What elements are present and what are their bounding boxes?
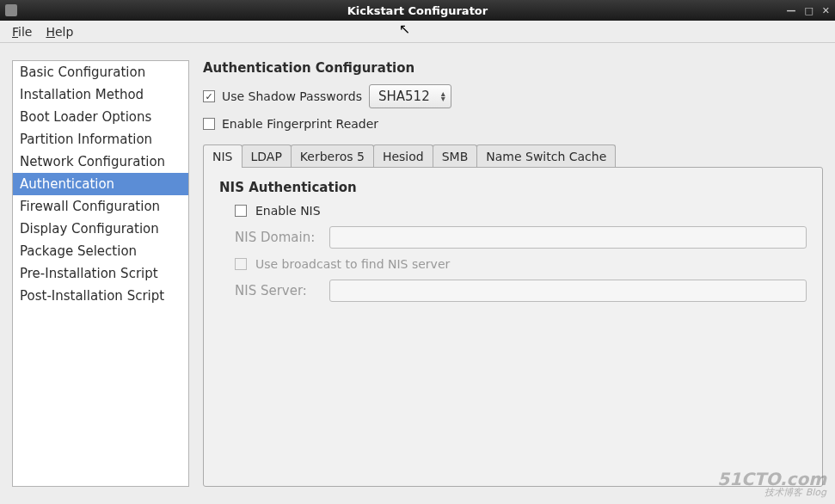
nis-broadcast-checkbox[interactable] — [235, 258, 247, 270]
main-panel: Authentication Configuration Use Shadow … — [203, 60, 823, 487]
sidebar-item-basic[interactable]: Basic Configuration — [13, 61, 188, 83]
menu-help[interactable]: Help — [39, 22, 80, 41]
nis-domain-label: NIS Domain: — [235, 230, 321, 245]
window-title: Kickstart Configurator — [347, 4, 488, 17]
titlebar: Kickstart Configurator — □ ✕ — [0, 0, 835, 21]
app-icon — [5, 4, 17, 16]
sidebar-item-display[interactable]: Display Configuration — [13, 218, 188, 240]
enable-fingerprint-label: Enable Fingerprint Reader — [222, 117, 378, 131]
use-shadow-label: Use Shadow Passwords — [222, 89, 362, 103]
tab-panel-nis: NIS Authentication Enable NIS NIS Domain… — [203, 167, 823, 487]
tab-kerberos[interactable]: Kerberos 5 — [291, 144, 374, 168]
nis-broadcast-label: Use broadcast to find NIS server — [255, 257, 450, 271]
menubar: File Help — [0, 21, 835, 43]
close-button[interactable]: ✕ — [822, 5, 830, 16]
sidebar-item-authentication[interactable]: Authentication — [13, 173, 188, 195]
use-shadow-checkbox[interactable] — [203, 90, 215, 102]
nis-server-input[interactable] — [329, 280, 807, 302]
tab-nis[interactable]: NIS — [203, 144, 243, 168]
page-title: Authentication Configuration — [203, 60, 823, 76]
tab-hesiod[interactable]: Hesiod — [373, 144, 433, 168]
tab-ldap[interactable]: LDAP — [242, 144, 292, 168]
enable-nis-checkbox[interactable] — [235, 205, 247, 217]
row-nis-broadcast: Use broadcast to find NIS server — [219, 257, 807, 271]
maximize-button[interactable]: □ — [804, 5, 813, 16]
nis-section-title: NIS Authentication — [219, 180, 807, 195]
nis-domain-input[interactable] — [329, 226, 807, 249]
tabs: NIS LDAP Kerberos 5 Hesiod SMB Name Swit… — [203, 144, 823, 168]
sidebar-item-network[interactable]: Network Configuration — [13, 151, 188, 173]
row-shadow-passwords: Use Shadow Passwords SHA512 ▴▾ — [203, 84, 823, 108]
enable-nis-label: Enable NIS — [255, 204, 321, 218]
tab-smb[interactable]: SMB — [433, 144, 478, 168]
row-nis-domain: NIS Domain: — [219, 226, 807, 249]
menu-file[interactable]: File — [5, 22, 39, 41]
hash-algo-value: SHA512 — [378, 89, 430, 104]
sidebar-item-boot-loader[interactable]: Boot Loader Options — [13, 106, 188, 128]
sidebar-item-partition[interactable]: Partition Information — [13, 128, 188, 151]
hash-algo-select[interactable]: SHA512 ▴▾ — [369, 84, 451, 108]
sidebar-item-firewall[interactable]: Firewall Configuration — [13, 195, 188, 218]
content-area: Basic Configuration Installation Method … — [0, 43, 835, 504]
row-enable-nis: Enable NIS — [219, 204, 807, 218]
tab-name-switch-cache[interactable]: Name Switch Cache — [476, 144, 616, 168]
nis-server-label: NIS Server: — [235, 283, 321, 298]
sidebar-item-pre-install[interactable]: Pre-Installation Script — [13, 262, 188, 285]
window-controls: — □ ✕ — [786, 5, 830, 16]
sidebar-item-post-install[interactable]: Post-Installation Script — [13, 285, 188, 307]
watermark: 51CTO.com 技术博客 Blog — [717, 470, 826, 497]
sidebar-item-packages[interactable]: Package Selection — [13, 240, 188, 262]
spin-icon: ▴▾ — [441, 91, 445, 101]
row-nis-server: NIS Server: — [219, 280, 807, 302]
minimize-button[interactable]: — — [786, 5, 795, 16]
sidebar: Basic Configuration Installation Method … — [12, 60, 189, 487]
enable-fingerprint-checkbox[interactable] — [203, 118, 215, 130]
sidebar-item-install-method[interactable]: Installation Method — [13, 83, 188, 106]
row-fingerprint: Enable Fingerprint Reader — [203, 117, 823, 131]
